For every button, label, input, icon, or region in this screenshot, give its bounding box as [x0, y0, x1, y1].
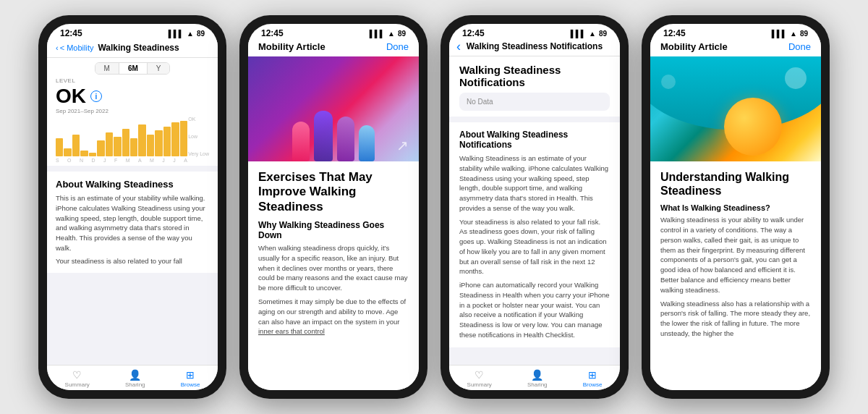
article-main-title-2: Exercises That May Improve Walking Stead… [258, 170, 409, 214]
wifi-icon-4: ▲ [790, 30, 797, 38]
figure-2 [314, 111, 333, 161]
nav-title-1: Walking Steadiness [98, 43, 179, 53]
signal-icon-2: ▌▌▌ [370, 30, 385, 38]
article-hero-4 [650, 56, 821, 161]
sharing-label: Sharing [125, 381, 145, 388]
about-notif-section: About Walking Steadiness Notifications W… [449, 122, 620, 347]
about-notif-title: About Walking Steadiness Notifications [459, 130, 610, 150]
battery-icon-3: 89 [599, 30, 607, 38]
notif-header: Walking Steadiness Notifications No Data [449, 56, 620, 117]
bar [89, 153, 96, 157]
tab-summary-1[interactable]: ♡ Summary [65, 369, 90, 388]
bar [138, 124, 145, 156]
tab-browse-3[interactable]: ⊞ Browse [583, 369, 603, 388]
date-range: Sep 2021–Sep 2022 [56, 108, 209, 114]
what-is-title: What Is Walking Steadiness? [660, 203, 811, 212]
signal-icon-1: ▌▌▌ [169, 30, 184, 38]
done-button-2[interactable]: Done [386, 41, 409, 52]
bar [106, 132, 113, 156]
bar [155, 130, 162, 156]
time-tabs: M 6M Y [56, 62, 209, 75]
tab-bar-1: ♡ Summary 👤 Sharing ⊞ Browse [47, 365, 218, 390]
browse-icon: ⊞ [186, 369, 195, 381]
status-icons-4: ▌▌▌ ▲ 89 [772, 30, 808, 38]
level-label: LEVEL [56, 77, 209, 84]
lbl-j: J [103, 158, 106, 163]
about-text-1: This is an estimate of your stability wh… [56, 193, 209, 253]
chart-labels: S O N D J F M A M J J A [56, 158, 187, 163]
hero-circle-1 [785, 67, 807, 89]
nav-back-1[interactable]: ‹ < Mobility [56, 43, 93, 52]
understanding-title: Understanding Walking Steadiness [660, 170, 811, 198]
article-body-2: Exercises That May Improve Walking Stead… [248, 161, 419, 390]
browse-label: Browse [181, 381, 200, 388]
bar [97, 140, 104, 156]
chart-area: M 6M Y LEVEL OK i Sep 2021–Sep 2022 [47, 58, 218, 166]
status-icons-3: ▌▌▌ ▲ 89 [571, 30, 607, 38]
bar [147, 135, 154, 156]
about-title-1: About Walking Steadiness [56, 179, 209, 190]
bar [72, 135, 80, 156]
phone1-content: M 6M Y LEVEL OK i Sep 2021–Sep 2022 [47, 58, 218, 365]
wifi-icon-3: ▲ [589, 30, 596, 38]
phone3-content: Walking Steadiness Notifications No Data… [449, 56, 620, 365]
nav-title-3: Walking Steadiness Notifications [467, 41, 603, 51]
lbl-m: M [126, 158, 130, 163]
tab-m[interactable]: M [95, 63, 119, 74]
share-icon: 👤 [129, 369, 141, 381]
bar [180, 121, 187, 157]
phone-3: 12:45 ▌▌▌ ▲ 89 ‹ Walking Steadiness Noti… [441, 15, 629, 399]
tab-sharing-1[interactable]: 👤 Sharing [125, 369, 145, 388]
hero-figures-2 [248, 111, 419, 161]
lbl-j2: J [162, 158, 165, 163]
phone-2-screen: 12:45 ▌▌▌ ▲ 89 Mobility Article Done [248, 24, 419, 390]
arrow-icon: ↗ [396, 137, 409, 154]
figure-1 [292, 122, 310, 161]
time-1: 12:45 [60, 28, 82, 38]
signal-icon-3: ▌▌▌ [571, 30, 586, 38]
lbl-s: S [56, 158, 59, 163]
summary-label: Summary [65, 381, 90, 388]
article-nav-title-4: Mobility Article [660, 41, 728, 52]
phone-4-screen: 12:45 ▌▌▌ ▲ 89 Mobility Article Done [650, 24, 821, 390]
nav-bar-3: ‹ Walking Steadiness Notifications [449, 40, 620, 56]
battery-icon-2: 89 [398, 30, 406, 38]
tab-group: M 6M Y [95, 62, 171, 75]
bar [64, 148, 71, 156]
article-sub-title-2: Why Walking Steadiness Goes Down [258, 220, 409, 240]
lbl-o: O [67, 158, 71, 163]
hero-circle-2 [661, 75, 676, 89]
tab-browse-1[interactable]: ⊞ Browse [181, 369, 200, 388]
battery-icon-1: 89 [197, 30, 205, 38]
status-bar-4: 12:45 ▌▌▌ ▲ 89 [650, 24, 821, 40]
browse-label-3: Browse [583, 381, 603, 388]
wifi-icon-2: ▲ [388, 30, 395, 38]
wifi-icon-1: ▲ [187, 30, 194, 38]
lbl-f: F [114, 158, 117, 163]
article-body-4: Understanding Walking Steadiness What Is… [650, 161, 821, 390]
phones-container: 12:45 ▌▌▌ ▲ 89 ‹ < Mobility Walking Stea… [24, 1, 844, 413]
phone-1-screen: 12:45 ▌▌▌ ▲ 89 ‹ < Mobility Walking Stea… [47, 24, 218, 390]
tab-sharing-3[interactable]: 👤 Sharing [527, 369, 548, 388]
about-notif-text-1: Walking Steadiness is an estimate of you… [459, 153, 610, 214]
status-bar-1: 12:45 ▌▌▌ ▲ 89 [47, 24, 218, 40]
heart-icon-3: ♡ [475, 369, 484, 381]
phone-3-screen: 12:45 ▌▌▌ ▲ 89 ‹ Walking Steadiness Noti… [449, 24, 620, 390]
tab-6m[interactable]: 6M [119, 63, 148, 74]
info-icon[interactable]: i [90, 90, 102, 102]
about-section-1: About Walking Steadiness This is an esti… [47, 172, 218, 273]
tab-y[interactable]: Y [148, 63, 170, 74]
battery-icon-4: 89 [800, 30, 808, 38]
tab-summary-3[interactable]: ♡ Summary [467, 369, 492, 388]
chart-bars-1 [56, 117, 187, 156]
bar [114, 137, 121, 157]
done-button-4[interactable]: Done [788, 41, 811, 52]
about-text-2: Your steadiness is also related to your … [56, 256, 209, 266]
heart-icon: ♡ [72, 369, 82, 381]
notif-title-3: Walking Steadiness Notifications [459, 64, 610, 88]
ok-level-label: OK [188, 117, 209, 122]
share-icon-3: 👤 [531, 369, 543, 381]
bar [171, 122, 179, 156]
nav-back-3[interactable]: ‹ [456, 39, 461, 54]
bar [56, 138, 63, 156]
